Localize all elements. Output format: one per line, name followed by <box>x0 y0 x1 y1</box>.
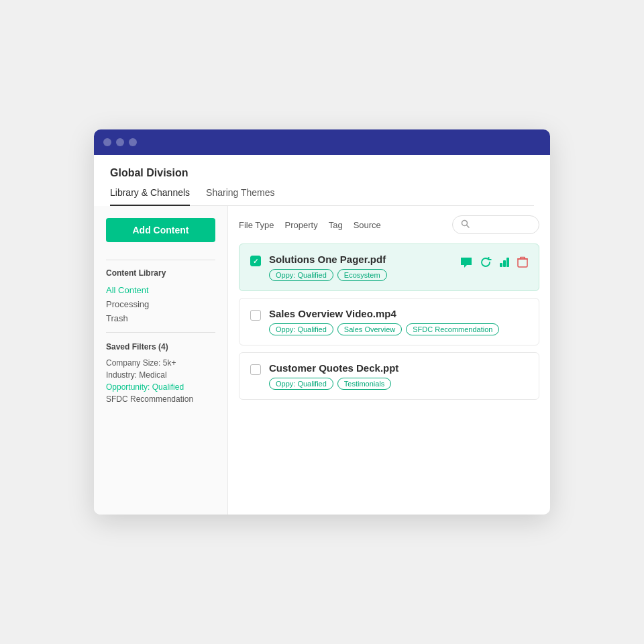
filter-sfdc[interactable]: SFDC Recommendation <box>106 393 215 405</box>
filter-file-type[interactable]: File Type <box>239 220 274 230</box>
sidebar-item-processing[interactable]: Processing <box>106 297 215 311</box>
app-title: Global Division <box>110 167 534 179</box>
tag-sales-overview[interactable]: Sales Overview <box>337 323 402 335</box>
tag-oppy-qualified-3[interactable]: Oppy: Qualified <box>269 378 333 390</box>
header: Global Division Library & Channels Shari… <box>94 155 550 206</box>
svg-rect-3 <box>503 260 506 267</box>
search-box[interactable] <box>452 215 539 234</box>
main-content: File Type Property Tag Source <box>228 206 550 515</box>
trash-icon[interactable] <box>517 256 528 271</box>
checkbox-1[interactable]: ✓ <box>250 256 261 266</box>
checkbox-2[interactable] <box>250 310 261 321</box>
item-name-3: Customer Quotes Deck.ppt <box>269 362 528 374</box>
item-name-2: Sales Overview Video.mp4 <box>269 308 528 319</box>
item-tags-3: Oppy: Qualified Testimonials <box>269 378 528 390</box>
svg-rect-5 <box>518 259 527 267</box>
tag-oppy-qualified-2[interactable]: Oppy: Qualified <box>269 323 333 335</box>
content-item-2: Sales Overview Video.mp4 Oppy: Qualified… <box>239 298 539 345</box>
search-icon <box>461 219 470 230</box>
sidebar: Add Content Content Library All Content … <box>94 206 228 515</box>
refresh-icon[interactable] <box>480 256 492 271</box>
chat-icon[interactable] <box>460 256 473 271</box>
filter-tag[interactable]: Tag <box>329 220 343 230</box>
title-bar <box>94 129 550 155</box>
traffic-light-2 <box>116 138 124 146</box>
item-tags-2: Oppy: Qualified Sales Overview SFDC Reco… <box>269 323 528 335</box>
traffic-light-3 <box>129 138 137 146</box>
filter-company-size[interactable]: Company Size: 5k+ <box>106 357 215 369</box>
add-content-button[interactable]: Add Content <box>106 218 215 242</box>
filter-industry[interactable]: Industry: Medical <box>106 369 215 381</box>
tag-ecosystem[interactable]: Ecosystem <box>337 269 387 281</box>
sidebar-divider-2 <box>106 332 215 333</box>
item-details-2: Sales Overview Video.mp4 Oppy: Qualified… <box>269 308 528 335</box>
tab-sharing-themes[interactable]: Sharing Themes <box>206 187 274 206</box>
filter-opportunity[interactable]: Opportunity: Qualified <box>106 381 215 393</box>
bar-chart-icon[interactable] <box>498 256 511 271</box>
content-item-1: ✓ Solutions One Pager.pdf Oppy: Qualifie… <box>239 244 539 291</box>
search-input[interactable] <box>474 220 534 230</box>
sidebar-item-trash[interactable]: Trash <box>106 311 215 325</box>
checkmark-1: ✓ <box>253 258 258 265</box>
tab-library-channels[interactable]: Library & Channels <box>110 187 190 206</box>
item-name-1: Solutions One Pager.pdf <box>269 254 451 265</box>
tag-sfdc-recommendation[interactable]: SFDC Recommendation <box>406 323 499 335</box>
sidebar-item-all-content[interactable]: All Content <box>106 283 215 297</box>
tag-oppy-qualified-1[interactable]: Oppy: Qualified <box>269 269 333 281</box>
saved-filters-title: Saved Filters (4) <box>106 342 215 352</box>
svg-line-1 <box>467 225 470 228</box>
content-item-3: Customer Quotes Deck.ppt Oppy: Qualified… <box>239 352 539 400</box>
svg-rect-4 <box>506 258 509 267</box>
window-body: Global Division Library & Channels Shari… <box>94 155 550 515</box>
tag-testimonials[interactable]: Testimonials <box>337 378 392 390</box>
sidebar-divider <box>106 260 215 260</box>
filter-property[interactable]: Property <box>285 220 318 230</box>
item-details-1: Solutions One Pager.pdf Oppy: Qualified … <box>269 254 451 281</box>
content-area: Add Content Content Library All Content … <box>94 206 550 515</box>
item-details-3: Customer Quotes Deck.ppt Oppy: Qualified… <box>269 362 528 390</box>
item-actions-1 <box>460 256 528 271</box>
content-library-title: Content Library <box>106 268 215 278</box>
traffic-light-1 <box>103 138 111 146</box>
toolbar: File Type Property Tag Source <box>239 215 539 234</box>
checkbox-3[interactable] <box>250 364 261 375</box>
filter-source[interactable]: Source <box>354 220 381 230</box>
tab-bar: Library & Channels Sharing Themes <box>110 187 534 206</box>
item-tags-1: Oppy: Qualified Ecosystem <box>269 269 451 281</box>
svg-rect-2 <box>500 263 502 267</box>
app-window: Global Division Library & Channels Shari… <box>94 129 550 515</box>
